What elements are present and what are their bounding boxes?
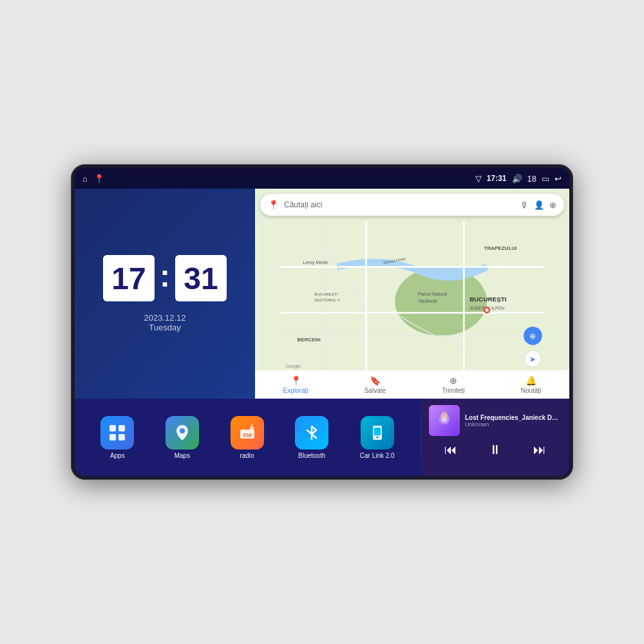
- music-controls: ⏮ ⏸ ⏭: [429, 440, 562, 460]
- saved-label: Salvate: [365, 387, 386, 394]
- svg-text:Leroy Merlin: Leroy Merlin: [303, 260, 328, 265]
- main-content: 17 : 31 2023.12.12 Tuesday 📍 Căutați aic…: [75, 189, 569, 476]
- clock-hours: 17: [103, 255, 155, 301]
- carlink-label: Car Link 2.0: [360, 452, 395, 459]
- status-right: ▽ 17:31 🔊 18 ▭ ↩: [475, 174, 562, 184]
- clock-panel: 17 : 31 2023.12.12 Tuesday: [75, 189, 255, 399]
- svg-point-32: [250, 426, 254, 430]
- send-label: Trimiteți: [442, 387, 464, 394]
- status-time: 17:31: [487, 174, 507, 183]
- map-search-bar[interactable]: 📍 Căutați aici 🎙 👤 ⊕: [260, 194, 564, 216]
- svg-text:FM: FM: [243, 432, 251, 439]
- signal-icon: ▽: [475, 174, 482, 184]
- screen: ⌂ 📍 ▽ 17:31 🔊 18 ▭ ↩ 17 :: [75, 168, 569, 476]
- map-pin-icon: 📍: [268, 200, 279, 210]
- map-send-btn[interactable]: ⊕ Trimiteți: [442, 375, 464, 394]
- app-icon-maps[interactable]: Maps: [166, 416, 199, 459]
- svg-text:Parcul Natural: Parcul Natural: [418, 292, 448, 297]
- volume-level: 18: [527, 174, 536, 184]
- svg-text:TRAPEZULUI: TRAPEZULUI: [484, 245, 517, 251]
- bottom-section: Apps Maps: [75, 399, 569, 476]
- bluetooth-icon: [295, 416, 328, 450]
- app-icon-radio[interactable]: FM radio: [231, 416, 264, 459]
- svg-text:⊕: ⊕: [529, 332, 536, 341]
- maps-icon: [166, 416, 199, 450]
- svg-rect-35: [374, 428, 381, 435]
- svg-point-36: [376, 436, 378, 438]
- volume-icon: 🔊: [512, 174, 522, 184]
- map-bottom-bar: 📍 Explorați 🔖 Salvate ⊕ Trimiteți 🔔: [255, 370, 569, 399]
- app-icon-carlink[interactable]: Car Link 2.0: [360, 416, 395, 459]
- status-left: ⌂ 📍: [82, 174, 104, 184]
- radio-icon: FM: [231, 416, 264, 450]
- svg-text:Văcărești: Văcărești: [418, 299, 437, 304]
- bluetooth-label: Bluetooth: [298, 452, 325, 459]
- status-bar: ⌂ 📍 ▽ 17:31 🔊 18 ▭ ↩: [75, 168, 569, 189]
- back-icon[interactable]: ↩: [554, 174, 562, 184]
- music-info-row: Lost Frequencies_Janieck Devy-... Unknow…: [429, 405, 562, 436]
- map-svg: Parcul Natural Văcărești: [255, 221, 569, 370]
- news-label: Noutăți: [521, 387, 542, 394]
- mic-icon[interactable]: 🎙: [520, 200, 529, 210]
- saved-icon: 🔖: [370, 375, 381, 386]
- send-icon: ⊕: [450, 375, 457, 386]
- map-panel[interactable]: 📍 Căutați aici 🎙 👤 ⊕: [255, 189, 569, 399]
- account-icon[interactable]: 👤: [534, 200, 544, 210]
- svg-point-19: [485, 308, 488, 312]
- music-title: Lost Frequencies_Janieck Devy-...: [465, 414, 562, 421]
- svg-text:BUCUREȘTI: BUCUREȘTI: [314, 292, 337, 296]
- explore-label: Explorați: [283, 387, 308, 394]
- news-icon: 🔔: [526, 375, 536, 386]
- clock-date: 2023.12.12 Tuesday: [144, 313, 185, 332]
- map-content: Parcul Natural Văcărești: [255, 221, 569, 370]
- svg-rect-25: [109, 425, 116, 431]
- apps-label: Apps: [110, 452, 125, 459]
- clock-separator: :: [160, 261, 170, 292]
- svg-rect-26: [118, 425, 125, 431]
- svg-text:SECTORUL 4: SECTORUL 4: [314, 298, 339, 302]
- svg-rect-27: [109, 434, 116, 440]
- top-section: 17 : 31 2023.12.12 Tuesday 📍 Căutați aic…: [75, 189, 569, 399]
- maps-label: Maps: [175, 452, 190, 459]
- apps-icon: [100, 416, 134, 450]
- prev-button[interactable]: ⏮: [444, 442, 457, 457]
- map-search-actions: 🎙 👤 ⊕: [520, 200, 556, 210]
- music-panel: Lost Frequencies_Janieck Devy-... Unknow…: [421, 399, 569, 476]
- map-saved-btn[interactable]: 🔖 Salvate: [365, 375, 386, 394]
- map-search-placeholder[interactable]: Căutați aici: [284, 200, 515, 209]
- next-button[interactable]: ⏭: [533, 442, 546, 457]
- svg-point-29: [180, 428, 185, 433]
- music-artist: Unknown: [465, 421, 562, 428]
- clock-minutes: 31: [175, 255, 227, 301]
- explore-icon: 📍: [290, 375, 301, 386]
- svg-text:Google: Google: [286, 364, 301, 369]
- maps-nav-icon[interactable]: 📍: [94, 174, 104, 184]
- battery-icon: ▭: [542, 174, 549, 184]
- music-meta: Lost Frequencies_Janieck Devy-... Unknow…: [465, 414, 562, 428]
- map-news-btn[interactable]: 🔔 Noutăți: [521, 375, 542, 394]
- device-frame: ⌂ 📍 ▽ 17:31 🔊 18 ▭ ↩ 17 :: [71, 164, 573, 480]
- svg-text:BERCENI: BERCENI: [298, 337, 321, 343]
- clock-digits: 17 : 31: [103, 255, 227, 301]
- map-explore-btn[interactable]: 📍 Explorați: [283, 375, 308, 394]
- carlink-icon: [361, 416, 394, 450]
- radio-label: radio: [240, 452, 254, 459]
- svg-point-40: [441, 412, 448, 419]
- app-icon-bluetooth[interactable]: Bluetooth: [295, 416, 328, 459]
- music-thumbnail: [429, 405, 460, 436]
- app-icon-apps[interactable]: Apps: [100, 416, 134, 459]
- play-pause-button[interactable]: ⏸: [489, 442, 502, 457]
- svg-rect-28: [118, 434, 125, 440]
- more-icon[interactable]: ⊕: [549, 200, 556, 210]
- svg-text:➤: ➤: [529, 355, 536, 363]
- home-icon[interactable]: ⌂: [82, 174, 88, 184]
- app-icons-panel: Apps Maps: [75, 399, 421, 476]
- svg-text:BUCUREȘTI: BUCUREȘTI: [469, 296, 506, 303]
